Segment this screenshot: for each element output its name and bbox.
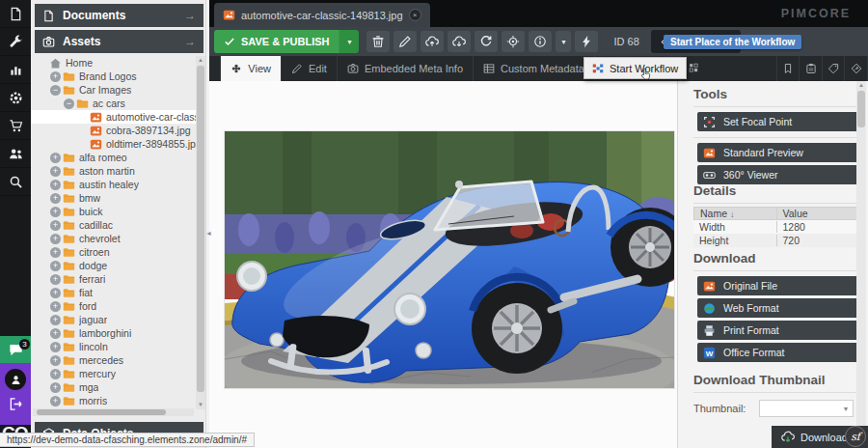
collapse-panel-icon[interactable] [205, 230, 212, 237]
expander-plus-icon[interactable] [50, 220, 61, 231]
rename-button[interactable] [393, 31, 417, 52]
tree-item[interactable]: lincoln [31, 340, 196, 353]
viewer-360-button[interactable]: 360° Viewer [697, 165, 858, 184]
logout-button[interactable] [9, 397, 23, 415]
expander-plus-icon[interactable] [50, 180, 61, 190]
tab-view[interactable]: View [221, 56, 282, 81]
tab-embedded-meta-info[interactable]: Embedded Meta Info [338, 56, 474, 81]
tab-edit[interactable]: Edit [282, 56, 338, 81]
tree-vertical-scrollbar[interactable] [196, 56, 205, 409]
download-original-button[interactable]: Original File [697, 276, 858, 295]
tree-item[interactable]: jaguar [31, 313, 196, 326]
delete-button[interactable] [366, 31, 390, 52]
tree-item[interactable]: morris [31, 394, 196, 407]
tree-item[interactable]: ferrari [31, 272, 196, 286]
expander-plus-icon[interactable] [50, 382, 61, 393]
tree-item[interactable]: fiat [31, 286, 196, 299]
save-publish-main[interactable]: SAVE & PUBLISH [214, 30, 339, 53]
thumbnail-select[interactable] [759, 400, 854, 417]
scrollbar-thumb[interactable] [857, 91, 865, 127]
users-rail-button[interactable] [0, 140, 31, 168]
expand-arrow-icon[interactable] [184, 35, 196, 48]
download-print-button[interactable]: Print Format [697, 321, 858, 340]
tree-item[interactable]: dodge [31, 259, 196, 272]
tree-item[interactable]: mercedes [31, 353, 196, 367]
download-button-toolbar[interactable] [448, 31, 471, 52]
expand-arrow-icon[interactable] [184, 9, 196, 22]
expander-plus-icon[interactable] [50, 369, 61, 379]
reports-rail-button[interactable] [0, 56, 31, 84]
info-dropdown-caret[interactable] [556, 31, 571, 52]
tree-item[interactable]: ac cars [31, 97, 196, 110]
expander-plus-icon[interactable] [50, 301, 61, 312]
expander-plus-icon[interactable] [50, 247, 61, 258]
details-col-name[interactable]: Name [694, 208, 777, 219]
details-col-value[interactable]: Value [777, 208, 860, 219]
tree-item[interactable]: chevrolet [31, 232, 196, 245]
close-tab-icon[interactable] [409, 9, 421, 21]
expander-plus-icon[interactable] [50, 315, 61, 325]
reload-button[interactable] [475, 31, 498, 52]
tree-item[interactable]: citroen [31, 245, 196, 259]
save-options-caret[interactable] [339, 30, 359, 53]
expander-plus-icon[interactable] [50, 153, 61, 163]
expander-plus-icon[interactable] [50, 166, 61, 177]
scrollbar-thumb[interactable] [37, 409, 166, 415]
tab-notes-events[interactable] [777, 56, 800, 81]
tree-item[interactable]: cadillac [31, 218, 196, 232]
info-button[interactable] [529, 31, 552, 52]
assets-panel-header[interactable]: Assets [35, 30, 203, 53]
expander-plus-icon[interactable] [50, 274, 61, 285]
clear-cache-button[interactable] [575, 31, 598, 52]
expander-plus-icon[interactable] [50, 288, 61, 298]
scrollbar-thumb[interactable] [197, 66, 204, 392]
expander-plus-icon[interactable] [50, 261, 61, 271]
symfony-profiler-badge[interactable]: sf [845, 426, 866, 447]
tree-item[interactable]: ford [31, 299, 196, 313]
standard-preview-button[interactable]: Standard Preview [697, 143, 858, 162]
panel-splitter[interactable] [205, 0, 209, 448]
tree-item[interactable]: Brand Logos [31, 70, 196, 83]
tree-item[interactable]: Car Images [31, 83, 196, 97]
tab-schedule[interactable] [800, 56, 823, 81]
documents-panel-header[interactable]: Documents [35, 4, 203, 27]
expander-plus-icon[interactable] [50, 396, 61, 406]
locate-in-tree-button[interactable] [502, 31, 525, 52]
expander-plus-icon[interactable] [50, 207, 61, 217]
tree-item[interactable]: mga [31, 380, 196, 394]
expander-minus-icon[interactable] [64, 98, 74, 109]
expander-plus-icon[interactable] [50, 234, 61, 244]
tools-rail-button[interactable] [0, 28, 31, 56]
scroll-down-icon[interactable] [196, 401, 205, 409]
expander-plus-icon[interactable] [50, 328, 61, 339]
documents-rail-button[interactable] [0, 0, 31, 28]
tab-workflow[interactable] [845, 56, 868, 81]
expander-plus-icon[interactable] [50, 71, 61, 82]
settings-rail-button[interactable] [0, 84, 31, 112]
save-publish-button[interactable]: SAVE & PUBLISH [214, 30, 359, 53]
tab-custom-metadata[interactable]: Custom Metadata [474, 56, 595, 81]
tree-item[interactable]: lamborghini [31, 326, 196, 340]
expander-minus-icon[interactable] [50, 85, 61, 96]
tree-item[interactable]: bmw [31, 191, 196, 205]
tab-tags[interactable] [823, 56, 846, 81]
open-file-tab[interactable]: automotive-car-classic-149813.jpg [214, 3, 430, 27]
tab-versions[interactable] [681, 56, 777, 81]
scroll-up-icon[interactable] [196, 56, 205, 65]
tree-item-selected[interactable]: automotive-car-classic-14 [31, 110, 196, 124]
search-rail-button[interactable] [0, 168, 31, 196]
upload-button[interactable] [420, 31, 444, 52]
download-web-button[interactable]: Web Format [697, 298, 858, 318]
set-focal-point-button[interactable]: Set Focal Point [697, 112, 858, 131]
scroll-up-icon[interactable] [856, 81, 866, 90]
tree-item-home[interactable]: Home [31, 56, 196, 70]
tree-item[interactable]: oldtimer-3894855.jpg [31, 137, 196, 151]
download-office-button[interactable]: Office Format [697, 343, 858, 362]
tree-item[interactable]: cobra-3897134.jpg [31, 124, 196, 137]
expander-plus-icon[interactable] [50, 342, 61, 352]
notifications-button[interactable]: 3 [0, 336, 31, 363]
expander-plus-icon[interactable] [50, 355, 61, 366]
tree-item[interactable]: buick [31, 205, 196, 218]
ecommerce-rail-button[interactable] [0, 112, 31, 140]
tree-item[interactable]: mercury [31, 367, 196, 380]
